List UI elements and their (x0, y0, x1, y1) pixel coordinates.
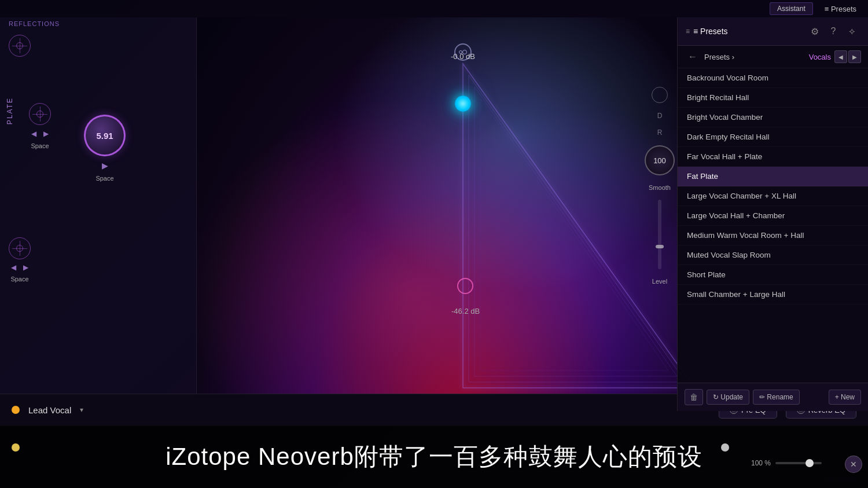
lower-target-icon[interactable] (9, 237, 31, 259)
breadcrumb-vocals[interactable]: Vocals (809, 53, 831, 61)
smooth-label: Smooth (649, 184, 671, 191)
lower-knob-1: ◀ ▶ Space (9, 237, 31, 282)
lower-next-arrow[interactable]: ▶ (21, 262, 31, 273)
level-slider[interactable] (658, 200, 661, 269)
preset-item-2[interactable]: Bright Recital Hall (678, 88, 868, 108)
track-name: Lead Vocal (28, 405, 71, 415)
right-circle-btn[interactable] (652, 87, 668, 103)
presets-next-arrow[interactable]: ▶ (848, 50, 861, 63)
presets-title: ≡ ≡ Presets (686, 27, 728, 36)
assistant-button[interactable]: Assistant (770, 2, 813, 15)
label-r: R (657, 129, 663, 137)
plate-prev-arrow[interactable]: ◀ (29, 129, 39, 139)
zoom-value: 100 % (751, 459, 771, 467)
presets-nav-arrows: ◀ ▶ (834, 50, 861, 63)
waveform-dot-left[interactable] (12, 443, 20, 452)
preset-item-12[interactable]: Small Chamber + Large Hall (678, 285, 868, 304)
lower-prev-arrow[interactable]: ◀ (9, 262, 19, 273)
plate-space-label: Space (31, 142, 49, 149)
plate-space-label-2: Space (95, 175, 113, 182)
waveform-dot-right[interactable] (721, 443, 729, 452)
presets-panel-header: ≡ ≡ Presets ⚙ ? ⟡ (678, 17, 868, 46)
left-panel: Reflections Plate ◀ ▶ Space 5.91 ▶ Space (0, 17, 197, 411)
preset-new-button[interactable]: + New (829, 390, 861, 405)
label-d: D (657, 112, 663, 120)
preset-rename-button[interactable]: ✏ Rename (753, 390, 800, 405)
preset-item-11[interactable]: Short Plate (678, 265, 868, 285)
zoom-slider-thumb (806, 459, 814, 467)
presets-title-text: ≡ Presets (693, 27, 728, 36)
plate-main-knob[interactable]: 5.91 (84, 115, 126, 156)
preset-item-4[interactable]: Dark Empty Recital Hall (678, 127, 868, 147)
presets-settings-btn[interactable]: ⚙ (807, 23, 823, 39)
close-button[interactable]: ✕ (845, 456, 862, 473)
reverb-small-dot[interactable] (457, 278, 473, 294)
plate-knob-value: 5.91 (96, 131, 113, 141)
presets-nav-row: ← Presets › Vocals ◀ ▶ (678, 46, 868, 68)
presets-list: Backround Vocal Room Bright Recital Hall… (678, 68, 868, 381)
preset-item-7[interactable]: Large Vocal Chamber + XL Hall (678, 186, 868, 206)
preset-item-1[interactable]: Backround Vocal Room (678, 68, 868, 88)
presets-prev-arrow[interactable]: ◀ (834, 50, 847, 63)
db-label-bottom: -46.2 dB (451, 307, 480, 315)
preset-item-8[interactable]: Large Vocal Hall + Chamber (678, 206, 868, 226)
smooth-knob[interactable]: 100 (645, 145, 675, 175)
plate-knob-group: ◀ ▶ Space (29, 103, 51, 149)
lower-space-label: Space (10, 276, 28, 282)
smooth-knob-value: 100 (653, 156, 666, 165)
target-inner (16, 42, 23, 49)
subtitle-area: iZotope Neoverb附带了一百多种鼓舞人心的预设 (0, 425, 868, 488)
presets-icon: ≡ (686, 27, 690, 35)
track-status-dot (12, 406, 20, 414)
preset-delete-button[interactable]: 🗑 (685, 389, 703, 405)
preset-update-button[interactable]: ↻ Update (707, 390, 749, 405)
lower-target-inner (16, 245, 23, 252)
level-slider-thumb (656, 245, 664, 248)
level-label: Level (652, 278, 667, 285)
lower-controls-group: ◀ ▶ Space (9, 237, 31, 282)
top-bar: Assistant ≡ Presets (0, 0, 868, 17)
presets-panel: ≡ ≡ Presets ⚙ ? ⟡ ← Presets › Vocals ◀ ▶… (677, 17, 868, 411)
right-controls-panel: D R 100 Smooth Level (642, 87, 677, 347)
waveform-area (0, 439, 752, 456)
reflections-knob-group (9, 35, 31, 57)
preset-item-5[interactable]: Far Vocal Hall + Plate (678, 147, 868, 167)
presets-header-label: ≡ Presets (825, 5, 856, 13)
preset-item-6[interactable]: Fat Plate (678, 167, 868, 186)
reflections-label: Reflections (9, 20, 60, 27)
plate-target-inner (36, 111, 43, 118)
breadcrumb-text: Presets › (704, 53, 806, 61)
preset-item-9[interactable]: Medium Warm Vocal Room + Hall (678, 226, 868, 245)
plate-arrow-controls: ◀ ▶ (29, 129, 51, 139)
preset-item-10[interactable]: Muted Vocal Slap Room (678, 245, 868, 265)
plate-next-arrow[interactable]: ▶ (41, 129, 51, 139)
lower-arrow-controls: ◀ ▶ (9, 262, 31, 273)
plate-label: Plate (6, 97, 14, 124)
preset-item-3[interactable]: Bright Vocal Chamber (678, 108, 868, 127)
plate-main-knob-group: 5.91 ▶ Space (84, 115, 126, 182)
reflections-target-icon[interactable] (9, 35, 31, 57)
plate-forward-arrow[interactable]: ▶ (100, 160, 111, 171)
reverb-control-dot[interactable] (455, 96, 471, 112)
presets-extra-btn[interactable]: ⟡ (844, 23, 860, 39)
plate-target-icon[interactable] (29, 103, 51, 125)
presets-help-btn[interactable]: ? (825, 23, 841, 39)
zoom-slider[interactable] (775, 462, 822, 464)
presets-back-button[interactable]: ← (685, 50, 701, 63)
zoom-control: 100 % (751, 459, 822, 467)
track-dropdown-arrow[interactable]: ▾ (80, 406, 83, 414)
reverb-top-knob[interactable] (454, 43, 472, 61)
presets-header-icons: ⚙ ? ⟡ (807, 23, 860, 39)
presets-footer: 🗑 ↻ Update ✏ Rename + New (678, 383, 868, 411)
